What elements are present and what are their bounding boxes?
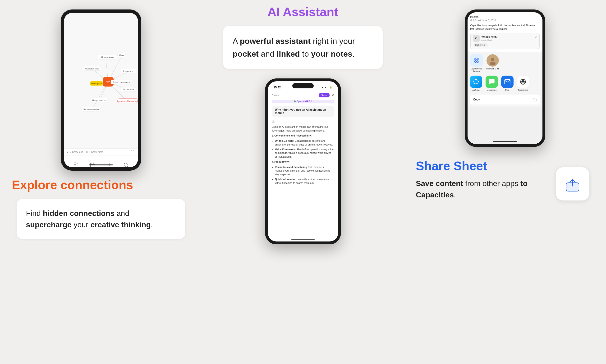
share-app-capacities[interactable]: Capacities [517, 76, 529, 91]
show-more-btn[interactable]: ✕ ✕ Show more [86, 151, 103, 153]
svg-text:Capacities Docs: Capacities Docs [85, 68, 99, 70]
share-app-mail[interactable]: Mail [501, 76, 514, 91]
app-capacities-label: Capacities [518, 89, 528, 91]
copy-icon [532, 97, 537, 102]
share-app-airdrop[interactable]: AirDrop [470, 76, 482, 91]
app-airdrop-label: AirDrop [472, 89, 480, 91]
ai-response-icon [272, 119, 334, 124]
app-mail-label: Mail [505, 89, 509, 91]
home-indicator-3 [493, 141, 517, 142]
ai-close-btn[interactable]: ✕ [331, 93, 334, 97]
svg-text:⊞: ⊞ [119, 53, 121, 56]
share-title-row: Share Sheet Save content from other apps… [411, 152, 599, 200]
svg-text:⊞: ⊞ [123, 88, 124, 90]
nav-add-icon[interactable]: + [105, 161, 114, 168]
svg-text:Friday Check In: Friday Check In [92, 100, 105, 102]
mindmap-container: ✏ In Progress Content Creation Anna Capa… [64, 13, 138, 148]
svg-point-61 [522, 81, 524, 82]
explore-phone-mockup: ✏ In Progress Content Creation Anna Capa… [61, 10, 141, 171]
ai-save-btn[interactable]: Save [319, 93, 329, 97]
svg-text:⊞: ⊞ [83, 108, 85, 110]
svg-text:⊙: ⊙ [85, 67, 87, 69]
app-messages-label: Messages [487, 89, 497, 91]
ai-title: AI Assistant [267, 5, 338, 19]
explore-description-card: Find hidden connections and supercharge … [17, 199, 185, 239]
article-intro: months. [470, 15, 540, 19]
home-indicator [89, 165, 113, 165]
phone-bottom-nav: + [64, 155, 138, 167]
home-indicator-2 [291, 239, 315, 240]
ai-chat-content: Delete Save ✕ OpenAI GPT-4 Why might you… [268, 81, 338, 242]
svg-rect-58 [504, 80, 510, 84]
svg-point-57 [475, 83, 476, 84]
person-michael-label: Michael_v_H [487, 67, 499, 70]
share-text-block: Share Sheet Save content from other apps… [411, 152, 556, 200]
zoom-in-btn[interactable]: + [123, 150, 127, 154]
svg-point-52 [474, 58, 479, 63]
share-phone-mockup: months. Published: June 5, 2024 Capaciti… [465, 10, 545, 147]
ai-model-badge: OpenAI GPT-4 [272, 100, 334, 103]
ai-response-text: Using an AI assistant on mobile can offe… [272, 125, 334, 185]
popup-close[interactable]: ✕ [534, 35, 537, 40]
person-capacities-label: Capacities's Laptop [470, 67, 483, 72]
svg-text:✏: ✏ [106, 79, 110, 84]
share-copy-row[interactable]: Copy [470, 94, 540, 104]
zoom-out-btn[interactable]: − [116, 150, 120, 154]
share-description: Save content from other apps to Capaciti… [411, 178, 556, 200]
svg-point-55 [491, 58, 494, 61]
ai-phone-mockup: 15:42 ▲ ▲ ▲ 🔋 Delete Save ✕ OpenAI GPT-4 [265, 78, 341, 244]
share-title: Share Sheet [411, 159, 556, 173]
share-apps-row: AirDrop Messages [470, 76, 540, 91]
share-panel: Capacities's Laptop Michae [468, 52, 542, 107]
svg-text:Publish PARA Article: Publish PARA Article [113, 81, 130, 83]
share-person-michael[interactable]: Michael_v_H [487, 54, 499, 72]
share-sheet-content: months. Published: June 5, 2024 Capaciti… [468, 12, 542, 144]
popup-title: What's next? [482, 35, 498, 39]
fullscreen-btn[interactable]: ⛶ [130, 150, 135, 154]
ai-description-card: A powerful assistant right in your pocke… [223, 26, 382, 69]
share-section: months. Published: June 5, 2024 Capaciti… [404, 0, 606, 364]
popup-options-btn[interactable]: Options > [473, 43, 488, 47]
svg-text:⊞: ⊞ [92, 99, 94, 101]
svg-point-46 [124, 163, 127, 166]
svg-text:⊞: ⊞ [101, 56, 103, 58]
svg-text:The PARA Method: The PARA Method [83, 108, 99, 111]
ai-section: AI Assistant A powerful assistant right … [202, 0, 404, 364]
svg-rect-62 [534, 99, 536, 101]
nav-search-icon[interactable] [122, 161, 130, 168]
copy-label: Copy [473, 98, 480, 101]
share-people-row: Capacities's Laptop Michae [470, 54, 540, 72]
nav-calendar-icon[interactable] [88, 161, 97, 168]
share-app-messages[interactable]: Messages [486, 76, 498, 91]
phone-signals: ▲ ▲ ▲ 🔋 [321, 86, 333, 89]
ai-question-bubble: Why might you use an AI assistant on mob… [272, 106, 334, 117]
svg-line-47 [127, 166, 128, 167]
svg-text:Knowledge Management: Knowledge Management [117, 100, 138, 102]
explore-section: ✏ In Progress Content Creation Anna Capa… [0, 0, 202, 364]
show-controls-bar: ✓ ✓ Show less ✕ ✕ Show more − + ⛶ [64, 148, 138, 155]
nav-list-icon[interactable] [72, 161, 80, 168]
svg-text:⊞: ⊞ [113, 81, 114, 83]
svg-text:In Progress: In Progress [91, 83, 102, 85]
phone-time: 15:42 [273, 86, 281, 89]
svg-rect-39 [74, 165, 76, 167]
svg-text:26 April 2024: 26 April 2024 [123, 89, 134, 91]
svg-text:⊞: ⊞ [123, 70, 124, 72]
article-published: Published: June 5, 2024 [470, 19, 540, 22]
ai-delete-btn[interactable]: Delete [272, 94, 279, 97]
popup-subtitle: capacities.io [482, 39, 498, 42]
whats-next-popup: C What's next? capacities.io ✕ Options > [470, 33, 540, 49]
show-less-btn[interactable]: ✓ ✓ Show less [67, 151, 83, 153]
share-icon-box [556, 167, 589, 200]
popup-icon: C [473, 35, 480, 42]
share-upload-icon [564, 176, 581, 192]
svg-point-53 [475, 59, 477, 61]
share-article: months. Published: June 5, 2024 Capaciti… [468, 12, 542, 52]
explore-title: Explore connections [7, 178, 195, 192]
svg-rect-38 [74, 163, 76, 165]
mindmap-svg: ✏ In Progress Content Creation Anna Capa… [64, 13, 138, 148]
svg-text:4 April 2024: 4 April 2024 [123, 70, 133, 73]
share-person-capacities[interactable]: Capacities's Laptop [470, 54, 483, 72]
ai-chat-header: Delete Save ✕ [272, 93, 334, 97]
article-body: Capacities has changed a lot in the last… [470, 24, 540, 31]
